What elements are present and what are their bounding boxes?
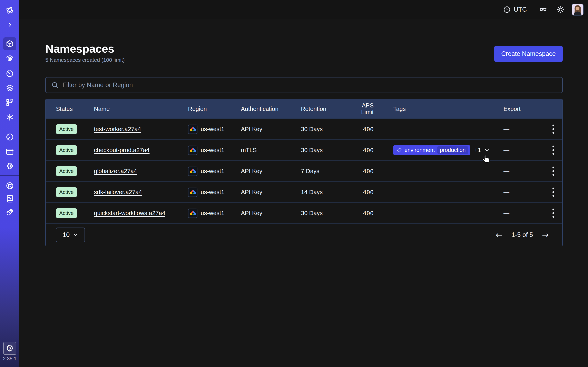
timezone-button[interactable]: UTC — [503, 6, 527, 13]
tag-expand-button[interactable] — [483, 146, 491, 154]
sidebar-item-schedules[interactable] — [3, 67, 16, 80]
namespace-link[interactable]: quickstart-workflows.a27a4 — [94, 210, 165, 216]
col-aps-limit: APS Limit — [348, 102, 374, 116]
auth-cell: API Key — [241, 210, 301, 217]
page-range-label: 1-5 of 5 — [511, 231, 533, 239]
chevron-down-icon — [73, 232, 78, 238]
table-row: Active sdk-failover.a27a4 us-west1 API K… — [46, 182, 562, 202]
sidebar-divider — [0, 175, 19, 176]
theme-toggle-button[interactable] — [557, 6, 565, 14]
sidebar-divider — [0, 127, 19, 127]
namespace-link[interactable]: sdk-failover.a27a4 — [94, 189, 142, 195]
main-content: Namespaces 5 Namespaces created (100 lim… — [19, 20, 588, 246]
row-menu-button[interactable] — [550, 143, 556, 157]
timer-icon — [6, 69, 14, 78]
region-label: us-west1 — [201, 147, 224, 154]
export-cell: — — [503, 210, 544, 217]
sidebar-item-support[interactable] — [3, 179, 16, 192]
export-cell: — — [503, 189, 544, 196]
cube-namespaces-icon — [6, 40, 14, 48]
namespace-link[interactable]: globalizer.a27a4 — [94, 168, 137, 174]
topbar: UTC — [19, 0, 588, 19]
export-cell: — — [503, 147, 544, 154]
gcp-cloud-icon — [188, 146, 198, 155]
col-authentication: Authentication — [241, 106, 301, 112]
sun-icon — [557, 6, 565, 14]
svg-text:$: $ — [9, 346, 11, 350]
chevron-down-icon — [484, 147, 490, 154]
gcp-cloud-icon — [188, 209, 198, 218]
col-status: Status — [56, 106, 94, 112]
sidebar-item-monitor[interactable] — [3, 52, 16, 65]
aps-limit-cell: 400 — [348, 210, 374, 217]
status-badge: Active — [56, 208, 77, 218]
docs-book-icon — [6, 194, 14, 203]
sidebar-item-nexus[interactable] — [3, 111, 16, 124]
create-namespace-button[interactable]: Create Namespace — [494, 46, 563, 62]
sidebar-expand-button[interactable] — [3, 18, 16, 31]
temporal-logo — [3, 4, 16, 17]
row-menu-button[interactable] — [550, 165, 556, 178]
aps-limit-cell: 400 — [348, 168, 374, 175]
retention-cell: 14 Days — [301, 189, 348, 196]
auth-cell: API Key — [241, 168, 301, 175]
aps-limit-cell: 400 — [348, 126, 374, 133]
asterisk-icon — [6, 113, 14, 122]
monitor-icon — [6, 54, 14, 63]
lifering-support-icon — [6, 182, 14, 190]
table-header-row: Status Name Region Authentication Retent… — [46, 99, 562, 118]
region-label: us-west1 — [201, 126, 224, 133]
sidebar: $ 2.35.1 — [0, 0, 19, 367]
credits-badge-button[interactable]: $ — [3, 342, 16, 355]
timezone-label: UTC — [514, 6, 527, 13]
status-badge: Active — [56, 145, 77, 155]
region-label: us-west1 — [201, 210, 224, 217]
filter-bar — [45, 77, 563, 93]
row-menu-button[interactable] — [550, 207, 556, 220]
auth-cell: mTLS — [241, 147, 301, 154]
retention-cell: 7 Days — [301, 168, 348, 175]
page-header: Namespaces 5 Namespaces created (100 lim… — [45, 42, 563, 63]
sidebar-item-namespaces[interactable] — [3, 37, 16, 50]
sidebar-item-billing[interactable] — [3, 145, 16, 158]
billing-card-icon — [6, 147, 14, 156]
sidebar-item-deployments[interactable] — [3, 82, 16, 95]
clock-icon — [503, 6, 511, 13]
gcp-cloud-icon — [188, 188, 198, 197]
region-cell: us-west1 — [188, 167, 241, 176]
auth-cell: API Key — [241, 189, 301, 196]
region-cell: us-west1 — [188, 146, 241, 155]
reader-mode-button[interactable] — [539, 6, 547, 14]
tag-value: production — [437, 146, 468, 154]
export-cell: — — [503, 126, 544, 133]
filter-input[interactable] — [62, 81, 557, 89]
auth-cell: API Key — [241, 126, 301, 133]
sidebar-item-workflows[interactable] — [3, 96, 16, 109]
page-size-select[interactable]: 10 — [56, 227, 85, 242]
rocket-icon — [6, 208, 14, 216]
tag-chip[interactable]: environment production — [393, 145, 470, 155]
col-retention: Retention — [301, 106, 348, 112]
user-avatar[interactable] — [572, 4, 584, 16]
sidebar-item-get-started[interactable] — [3, 206, 16, 218]
sidebar-item-settings[interactable] — [3, 159, 16, 173]
region-cell: us-west1 — [188, 188, 241, 197]
namespace-link[interactable]: test-worker.a27a4 — [94, 126, 141, 132]
retention-cell: 30 Days — [301, 126, 348, 133]
aps-limit-cell: 400 — [348, 147, 374, 154]
aps-limit-cell: 400 — [348, 189, 374, 196]
status-badge: Active — [56, 124, 77, 134]
next-page-button[interactable]: → — [542, 231, 549, 239]
row-menu-button[interactable] — [550, 123, 556, 136]
namespaces-table: Status Name Region Authentication Retent… — [45, 99, 563, 246]
gcp-cloud-icon — [188, 167, 198, 176]
row-menu-button[interactable] — [550, 185, 556, 199]
region-label: us-west1 — [201, 168, 224, 175]
namespace-count: 5 Namespaces created (100 limit) — [45, 57, 125, 63]
namespace-link[interactable]: checkout-prod.a27a4 — [94, 147, 149, 153]
sidebar-item-usage[interactable] — [3, 131, 16, 143]
sidebar-item-docs[interactable] — [3, 192, 16, 205]
gcp-cloud-icon — [188, 125, 198, 134]
col-export: Export — [503, 106, 544, 112]
prev-page-button[interactable]: ← — [496, 231, 503, 239]
